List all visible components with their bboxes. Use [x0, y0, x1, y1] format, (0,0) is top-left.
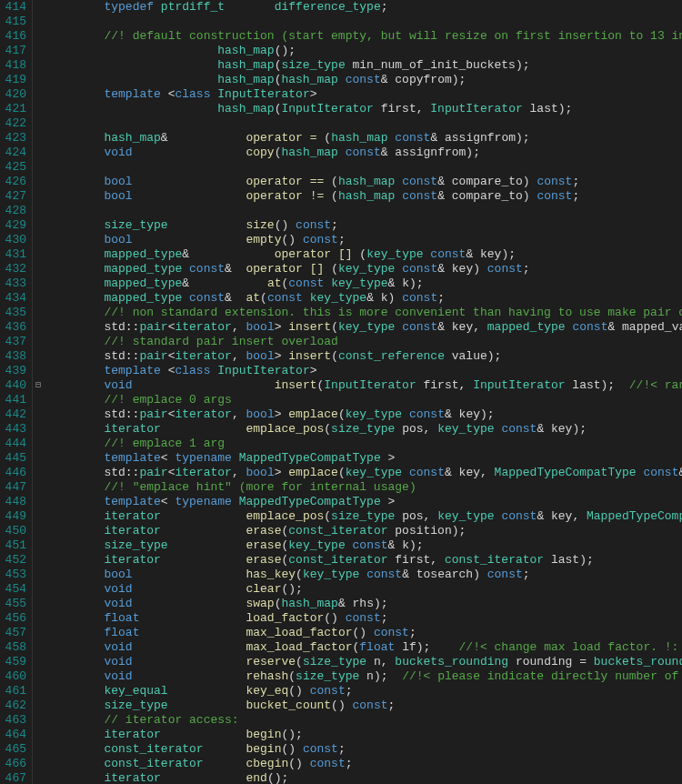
- fold-marker: [33, 102, 44, 116]
- code-line[interactable]: [47, 160, 682, 175]
- code-line[interactable]: template <class InputIterator>: [47, 364, 682, 378]
- code-line[interactable]: //! "emplace hint" (more for internal us…: [47, 480, 682, 495]
- code-line[interactable]: size_type size() const;: [47, 218, 682, 233]
- code-line[interactable]: iterator emplace_pos(size_type pos, key_…: [47, 422, 682, 437]
- line-number: 421: [2, 102, 26, 116]
- line-number: 459: [2, 655, 26, 669]
- line-number: 453: [2, 568, 26, 582]
- code-line[interactable]: mapped_type const& operator [] (key_type…: [47, 262, 682, 276]
- code-line[interactable]: iterator erase(const_iterator first, con…: [47, 553, 682, 568]
- code-line[interactable]: float max_load_factor() const;: [47, 626, 682, 640]
- code-line[interactable]: typedef ptrdiff_t difference_type;: [47, 0, 682, 15]
- code-line[interactable]: std::pair<iterator, bool> insert(const_r…: [47, 349, 682, 364]
- code-line[interactable]: [47, 15, 682, 29]
- line-number: 446: [2, 466, 26, 480]
- code-line[interactable]: mapped_type const& at(const key_type& k)…: [47, 291, 682, 306]
- fold-marker: [33, 640, 44, 655]
- code-line[interactable]: mapped_type& operator [] (key_type const…: [47, 247, 682, 262]
- code-line[interactable]: //! default construction (start empty, b…: [47, 29, 682, 44]
- code-line[interactable]: void insert(InputIterator first, InputIt…: [47, 378, 682, 393]
- code-line[interactable]: void clear();: [47, 582, 682, 597]
- line-number: 448: [2, 495, 26, 509]
- line-number: 450: [2, 524, 26, 538]
- fold-marker[interactable]: ⊟: [33, 378, 44, 393]
- code-line[interactable]: iterator emplace_pos(size_type pos, key_…: [47, 509, 682, 524]
- fold-marker: [33, 160, 44, 175]
- code-line[interactable]: hash_map(InputIterator first, InputItera…: [47, 102, 682, 116]
- code-line[interactable]: void reserve(size_type n, buckets_roundi…: [47, 655, 682, 669]
- line-number: 436: [2, 320, 26, 335]
- code-line[interactable]: hash_map();: [47, 44, 682, 58]
- line-number: 457: [2, 626, 26, 640]
- code-line[interactable]: void rehash(size_type n); //!< please in…: [47, 669, 682, 684]
- fold-marker: [33, 655, 44, 669]
- line-number: 424: [2, 146, 26, 160]
- fold-marker: [33, 44, 44, 58]
- code-line[interactable]: //! standard pair insert overload: [47, 335, 682, 349]
- code-line[interactable]: template <class InputIterator>: [47, 87, 682, 102]
- code-line[interactable]: std::pair<iterator, bool> emplace(key_ty…: [47, 466, 682, 480]
- line-number: 467: [2, 771, 26, 784]
- line-number: 458: [2, 640, 26, 655]
- fold-marker: [33, 0, 44, 15]
- line-number: 422: [2, 116, 26, 131]
- code-line[interactable]: const_iterator cbegin() const;: [47, 757, 682, 771]
- line-number: 451: [2, 538, 26, 553]
- line-number: 456: [2, 611, 26, 626]
- code-line[interactable]: //! non standard extension. this is more…: [47, 306, 682, 320]
- code-line[interactable]: void swap(hash_map& rhs);: [47, 597, 682, 611]
- code-area[interactable]: typedef ptrdiff_t difference_type; //! d…: [44, 0, 682, 784]
- code-line[interactable]: bool empty() const;: [47, 233, 682, 247]
- code-line[interactable]: bool operator != (hash_map const& compar…: [47, 189, 682, 204]
- fold-marker: [33, 175, 44, 189]
- code-line[interactable]: mapped_type& at(const key_type& k);: [47, 276, 682, 291]
- line-number: 444: [2, 437, 26, 451]
- fold-marker: [33, 116, 44, 131]
- line-number: 452: [2, 553, 26, 568]
- code-line[interactable]: iterator erase(const_iterator position);: [47, 524, 682, 538]
- code-line[interactable]: key_equal key_eq() const;: [47, 684, 682, 699]
- fold-gutter: ⊟: [33, 0, 44, 784]
- code-line[interactable]: [47, 116, 682, 131]
- code-line[interactable]: // iterator access:: [47, 713, 682, 728]
- line-number: 460: [2, 669, 26, 684]
- fold-marker: [33, 262, 44, 276]
- fold-marker: [33, 291, 44, 306]
- fold-marker: [33, 233, 44, 247]
- code-line[interactable]: hash_map& operator = (hash_map const& as…: [47, 131, 682, 146]
- fold-marker: [33, 538, 44, 553]
- code-line[interactable]: template< typename MappedTypeCompatType …: [47, 451, 682, 466]
- code-line[interactable]: bool has_key(key_type const& tosearch) c…: [47, 568, 682, 582]
- code-editor[interactable]: 4144154164174184194204214224234244254264…: [0, 0, 682, 784]
- code-line[interactable]: iterator end();: [47, 771, 682, 784]
- code-line[interactable]: std::pair<iterator, bool> emplace(key_ty…: [47, 407, 682, 422]
- fold-marker: [33, 742, 44, 757]
- fold-marker: [33, 495, 44, 509]
- fold-marker: [33, 29, 44, 44]
- code-line[interactable]: iterator begin();: [47, 728, 682, 742]
- code-line[interactable]: std::pair<iterator, bool> insert(key_typ…: [47, 320, 682, 335]
- code-line[interactable]: //! emplace 0 args: [47, 393, 682, 407]
- code-line[interactable]: void max_load_factor(float lf); //!< cha…: [47, 640, 682, 655]
- line-number: 433: [2, 276, 26, 291]
- code-line[interactable]: float load_factor() const;: [47, 611, 682, 626]
- fold-marker: [33, 466, 44, 480]
- fold-marker: [33, 393, 44, 407]
- code-line[interactable]: hash_map(size_type min_num_of_init_bucke…: [47, 58, 682, 73]
- code-line[interactable]: template< typename MappedTypeCompatType …: [47, 495, 682, 509]
- code-line[interactable]: void copy(hash_map const& assignfrom);: [47, 146, 682, 160]
- code-line[interactable]: const_iterator begin() const;: [47, 742, 682, 757]
- line-number: 462: [2, 699, 26, 713]
- code-line[interactable]: hash_map(hash_map const& copyfrom);: [47, 73, 682, 87]
- line-number: 425: [2, 160, 26, 175]
- code-line[interactable]: //! emplace 1 arg: [47, 437, 682, 451]
- code-line[interactable]: [47, 204, 682, 218]
- line-number: 441: [2, 393, 26, 407]
- line-number: 435: [2, 306, 26, 320]
- code-line[interactable]: size_type erase(key_type const& k);: [47, 538, 682, 553]
- fold-marker: [33, 771, 44, 784]
- code-line[interactable]: bool operator == (hash_map const& compar…: [47, 175, 682, 189]
- code-line[interactable]: size_type bucket_count() const;: [47, 699, 682, 713]
- fold-marker: [33, 247, 44, 262]
- line-number: 466: [2, 757, 26, 771]
